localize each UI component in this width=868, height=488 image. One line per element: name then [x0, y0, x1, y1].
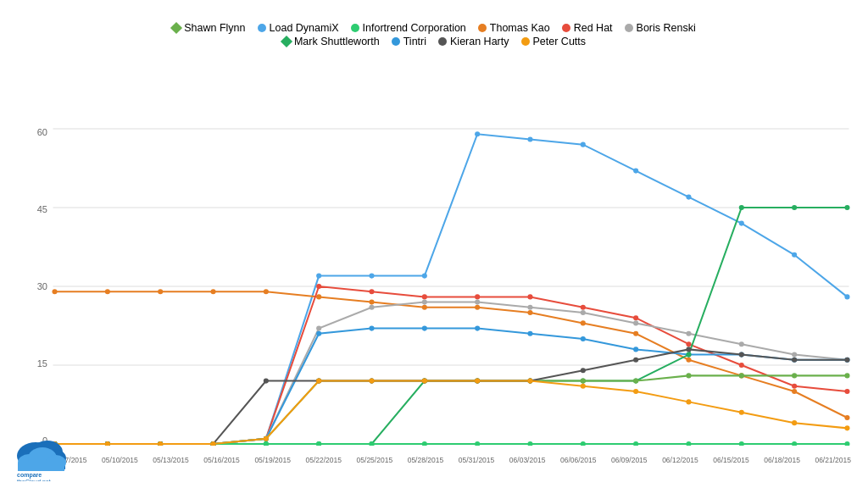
logo: compare theCloud.net [12, 437, 73, 480]
series-dot [264, 379, 269, 384]
x-label: 05/16/2015 [203, 456, 240, 464]
logo-svg: compare theCloud.net [12, 437, 73, 481]
x-label: 05/28/2015 [408, 456, 444, 464]
series-dot [369, 289, 374, 294]
legend-item: Peter Cutts [521, 36, 587, 47]
series-dot [264, 436, 269, 441]
x-label: 05/10/2015 [102, 456, 138, 464]
series-dot [792, 384, 797, 389]
x-label: 05/31/2015 [459, 456, 495, 464]
y-axis-labels: 604530150 [7, 127, 47, 446]
series-dot [739, 341, 744, 347]
series-dot [792, 441, 797, 446]
series-dot [369, 305, 374, 310]
series-dot [527, 310, 532, 315]
legend-dot [478, 24, 487, 32]
series-dot [633, 379, 638, 384]
series-dot [581, 336, 586, 341]
legend-dot [562, 24, 570, 32]
x-label: 06/21/2015 [815, 456, 851, 464]
x-axis-labels: 05/07/201505/10/201505/13/201505/16/2015… [51, 456, 851, 464]
series-dot [844, 415, 849, 420]
series-dot [316, 326, 321, 331]
series-dot [844, 373, 849, 378]
series-dot [686, 347, 691, 352]
series-dot [422, 274, 427, 279]
series-dot [686, 441, 691, 446]
legend-dot [392, 37, 400, 46]
series-dot [422, 305, 427, 310]
series-dot [316, 441, 321, 446]
legend-label: Mark Shuttleworth [294, 36, 380, 47]
y-label: 30 [37, 281, 47, 291]
series-dot [633, 441, 638, 446]
series-dot [844, 441, 849, 446]
legend-row-2: Mark ShuttleworthTintriKieran HartyPeter… [27, 36, 841, 47]
series-dot [581, 320, 586, 325]
legend-label: Shawn Flynn [184, 22, 245, 34]
x-label: 06/03/2015 [509, 456, 546, 464]
legend-label: Load DynamiX [270, 22, 339, 34]
series-dot [686, 399, 691, 404]
series-dot [686, 195, 691, 200]
series-dot [844, 425, 849, 430]
series-dot [369, 379, 374, 384]
legend-dot [625, 24, 633, 32]
series-dot [633, 358, 638, 363]
legend-dot [170, 22, 182, 34]
legend-label: Boris Renski [637, 22, 696, 34]
chart-legend: Shawn FlynnLoad DynamiXInfortrend Corpor… [27, 22, 841, 47]
series-dot [739, 441, 744, 446]
svg-text:compare: compare [17, 472, 42, 479]
series-dot [581, 142, 586, 147]
series-dot [633, 315, 638, 320]
legend-row-1: Shawn FlynnLoad DynamiXInfortrend Corpor… [27, 22, 841, 34]
series-dot [792, 252, 797, 258]
chart-svg [51, 127, 851, 446]
legend-dot [351, 24, 359, 32]
series-dot [633, 347, 638, 352]
series-line [55, 329, 848, 444]
series-dot [581, 310, 586, 315]
series-dot [581, 441, 586, 446]
series-dot [527, 331, 532, 336]
svg-text:theCloud.net: theCloud.net [17, 479, 51, 481]
legend-label: Tintri [403, 36, 426, 47]
series-dot [739, 205, 744, 210]
legend-item: Shawn Flynn [172, 22, 245, 34]
legend-item: Mark Shuttleworth [282, 36, 380, 47]
x-label: 05/19/2015 [254, 456, 291, 464]
series-dot [369, 300, 374, 305]
chart-area [51, 127, 851, 446]
series-line [55, 134, 848, 444]
series-line [55, 349, 848, 444]
series-dot [527, 305, 532, 310]
y-label: 15 [37, 358, 47, 369]
legend-dot [438, 37, 447, 46]
series-dot [316, 274, 321, 279]
series-dot [422, 300, 427, 305]
legend-label: Peter Cutts [533, 36, 587, 47]
series-dot [316, 331, 321, 336]
legend-label: Red Hat [574, 22, 613, 34]
series-dot [158, 441, 163, 446]
series-dot [792, 352, 797, 358]
series-dot [739, 352, 744, 358]
legend-item: Boris Renski [625, 22, 696, 34]
series-dot [792, 358, 797, 363]
series-dot [633, 169, 638, 174]
legend-label: Infortrend Corporation [363, 22, 466, 34]
series-dot [475, 294, 480, 299]
x-label: 06/12/2015 [662, 456, 698, 464]
series-dot [105, 441, 110, 446]
legend-item: Red Hat [562, 22, 613, 34]
chart-title [0, 0, 868, 15]
x-label: 06/18/2015 [764, 456, 800, 464]
series-dot [686, 352, 691, 358]
series-dot [739, 221, 744, 226]
main-container: Shawn FlynnLoad DynamiXInfortrend Corpor… [0, 0, 868, 488]
series-dot [369, 326, 374, 331]
series-dot [527, 379, 532, 384]
series-dot [633, 320, 638, 325]
legend-item: Load DynamiX [258, 22, 339, 34]
